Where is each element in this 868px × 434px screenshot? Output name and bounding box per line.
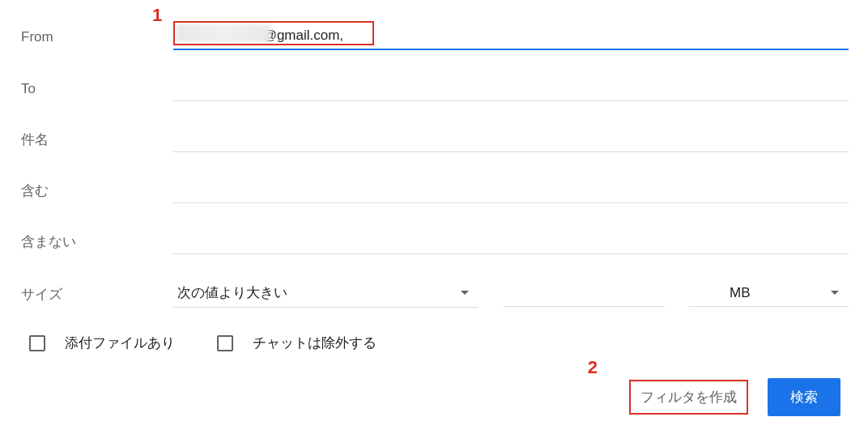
size-unit-value: MB <box>694 285 751 301</box>
from-row: From <box>19 24 849 50</box>
annotation-number-2: 2 <box>588 357 598 378</box>
size-label: サイズ <box>19 285 172 304</box>
attachment-checkbox-item: 添付ファイルあり <box>29 334 175 352</box>
attachment-checkbox[interactable] <box>29 335 45 351</box>
includes-row: 含む <box>19 178 849 203</box>
exclude-chat-checkbox-label: チャットは除外する <box>253 334 377 352</box>
chevron-down-icon <box>831 291 839 295</box>
checkbox-row: 添付ファイルあり チャットは除外する <box>19 334 849 352</box>
from-label: From <box>19 29 173 45</box>
excludes-input[interactable] <box>173 229 849 254</box>
search-button[interactable]: 検索 <box>768 378 840 416</box>
includes-label: 含む <box>19 181 173 200</box>
excludes-row: 含まない <box>19 229 849 254</box>
size-comparator-value: 次の値より大きい <box>177 283 287 302</box>
exclude-chat-checkbox-item: チャットは除外する <box>217 334 377 352</box>
chevron-down-icon <box>461 291 469 295</box>
annotation-number-1: 1 <box>152 5 162 26</box>
excludes-label: 含まない <box>19 232 173 251</box>
size-row: サイズ 次の値より大きい MB <box>19 280 849 308</box>
to-row: To <box>19 76 849 101</box>
exclude-chat-checkbox[interactable] <box>217 335 233 351</box>
from-input-wrap <box>173 24 849 50</box>
button-row: 2 フィルタを作成 検索 <box>19 378 849 416</box>
to-label: To <box>19 81 173 97</box>
includes-input[interactable] <box>173 178 849 203</box>
create-filter-button[interactable]: フィルタを作成 <box>629 380 748 415</box>
to-input[interactable] <box>173 76 849 101</box>
size-unit-select[interactable]: MB <box>689 282 849 307</box>
subject-row: 件名 <box>19 127 849 152</box>
from-input[interactable] <box>173 24 849 50</box>
subject-label: 件名 <box>19 130 173 149</box>
size-comparator-select[interactable]: 次の値より大きい <box>172 280 479 308</box>
size-value-input[interactable] <box>503 282 665 307</box>
attachment-checkbox-label: 添付ファイルあり <box>65 334 175 352</box>
subject-input[interactable] <box>173 127 849 152</box>
